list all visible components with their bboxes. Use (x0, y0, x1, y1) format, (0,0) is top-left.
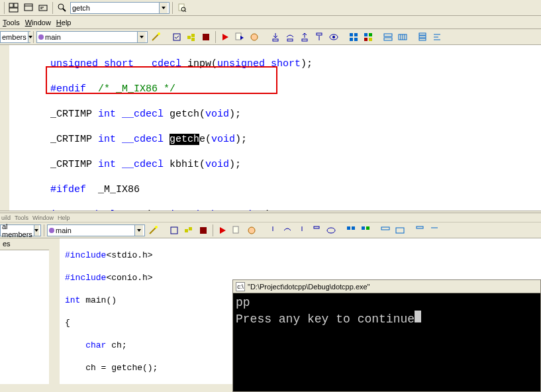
vars-icon (363, 32, 373, 42)
step-over-button[interactable] (283, 30, 297, 44)
console-output: pp Press any key to continue (233, 293, 540, 328)
dropdown-arrow-icon[interactable] (137, 32, 146, 42)
code-editor-top[interactable]: unsigned short __cdecl inpw(unsigned sho… (0, 45, 541, 211)
memory-button[interactable] (393, 224, 407, 237)
function-dropdown-bottom[interactable]: main (47, 224, 145, 236)
svg-line-9 (63, 9, 66, 11)
svg-rect-54 (189, 227, 192, 230)
step-out-button[interactable] (295, 224, 309, 237)
menu-help[interactable]: Help (56, 19, 72, 26)
find-in-files-button[interactable] (175, 1, 189, 15)
console-titlebar[interactable]: c:\ "D:\Project\dotcpp\Debug\dotcpp.exe" (233, 280, 540, 293)
mini-menu-build[interactable]: uild (1, 215, 11, 221)
disassembly-button[interactable] (430, 30, 444, 44)
variables-button[interactable] (362, 30, 375, 44)
function-icon (49, 228, 54, 233)
callstack-button[interactable] (416, 30, 429, 44)
run-to-cursor-button[interactable] (310, 224, 323, 237)
menu-tools[interactable]: TToolsools (3, 19, 20, 26)
callstack-button[interactable] (413, 224, 426, 237)
run-to-cursor-button[interactable] (313, 30, 326, 44)
registers-button[interactable] (381, 30, 395, 44)
quickwatch-button[interactable] (324, 224, 338, 237)
stop-icon (201, 32, 211, 42)
svg-rect-38 (384, 34, 392, 36)
window-list-button[interactable] (22, 1, 35, 15)
console-window[interactable]: c:\ "D:\Project\dotcpp\Debug\dotcpp.exe"… (232, 279, 541, 392)
members-bar-bottom: al members main (0, 222, 541, 238)
menu-window[interactable]: Window (25, 19, 51, 26)
members-dropdown[interactable]: embers (0, 31, 30, 43)
svg-rect-52 (171, 227, 177, 234)
svg-marker-20 (222, 34, 228, 40)
svg-rect-66 (396, 228, 404, 233)
svg-rect-65 (381, 227, 389, 230)
quickwatch-button[interactable] (327, 30, 340, 44)
members-dropdown-bottom[interactable]: al members (0, 224, 41, 236)
svg-point-51 (155, 226, 158, 228)
step-over-button[interactable] (281, 224, 294, 237)
console-title-text: "D:\Project\dotcpp\Debug\dotcpp.exe" (248, 283, 370, 291)
grid-icon (346, 225, 356, 236)
search-dropdown[interactable]: getch (70, 2, 170, 14)
svg-rect-5 (39, 5, 47, 11)
stack-icon (417, 32, 428, 42)
mini-menu-window[interactable]: Window (32, 215, 54, 221)
svg-rect-21 (236, 33, 241, 40)
run-button[interactable] (219, 30, 232, 44)
wizard-button[interactable] (149, 30, 162, 44)
watch-window-button[interactable] (344, 224, 358, 237)
svg-rect-33 (354, 38, 358, 41)
step-into-button[interactable] (269, 30, 282, 44)
breakpoint-button[interactable] (248, 30, 261, 44)
svg-rect-45 (419, 36, 426, 38)
step-out-button[interactable] (298, 30, 311, 44)
mini-menu-help[interactable]: Help (58, 215, 70, 221)
variables-button[interactable] (359, 224, 372, 237)
separator (52, 2, 53, 14)
wizard-button[interactable] (146, 224, 160, 237)
breakpoint-button[interactable] (245, 224, 258, 237)
output-button[interactable] (36, 1, 50, 15)
stop-build-button[interactable] (199, 30, 213, 44)
memory-button[interactable] (396, 30, 409, 44)
go-icon (234, 32, 245, 42)
watch-window-button[interactable] (347, 30, 360, 44)
dropdown-arrow-icon[interactable] (34, 225, 39, 236)
class-view-panel: es (0, 238, 50, 384)
step-over-icon (285, 32, 295, 42)
build-button[interactable] (182, 224, 195, 237)
function-dropdown[interactable]: main (36, 31, 148, 43)
svg-rect-26 (302, 39, 307, 41)
compile-button[interactable] (168, 224, 181, 237)
svg-rect-19 (203, 34, 209, 40)
dropdown-arrow-icon[interactable] (28, 32, 32, 42)
svg-rect-55 (200, 227, 207, 234)
svg-rect-1 (14, 3, 18, 7)
search-match-highlight: getch (170, 134, 199, 145)
step-into-icon (270, 32, 281, 42)
build-button[interactable] (185, 30, 198, 44)
step-into-button[interactable] (266, 224, 279, 237)
dropdown-arrow-icon[interactable] (134, 225, 143, 236)
go-button[interactable] (233, 30, 246, 44)
find-button[interactable] (56, 1, 69, 15)
go-button[interactable] (230, 224, 244, 237)
watch-icon (328, 32, 339, 42)
compile-button[interactable] (170, 30, 183, 44)
disassembly-button[interactable] (428, 224, 441, 237)
svg-line-12 (185, 11, 186, 12)
run-button[interactable] (216, 224, 229, 237)
svg-rect-17 (191, 34, 195, 37)
stop-build-button[interactable] (197, 224, 210, 237)
dropdown-arrow-icon[interactable] (159, 3, 168, 13)
svg-rect-35 (369, 33, 372, 36)
tile-windows-button[interactable] (7, 1, 21, 15)
members-label: embers (2, 33, 26, 41)
registers-button[interactable] (379, 224, 392, 237)
svg-line-50 (150, 228, 156, 234)
mini-menu-tools[interactable]: Tools (15, 215, 28, 221)
run-icon (217, 225, 228, 236)
separator (172, 2, 173, 14)
hand-icon (249, 32, 260, 42)
